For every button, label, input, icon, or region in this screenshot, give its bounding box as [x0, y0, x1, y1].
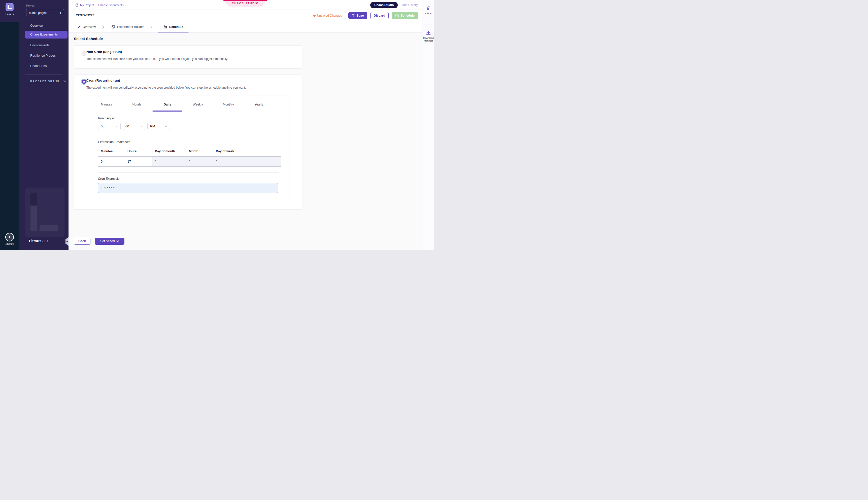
- chevron-down-icon: [115, 126, 118, 127]
- header-view-toggle: Chaos Studio Run History: [370, 0, 418, 10]
- col-day-of-month: Day of month: [153, 146, 187, 157]
- non-cron-description: The experiment will run once after you c…: [87, 57, 228, 61]
- freq-tab-daily[interactable]: Daily: [152, 98, 183, 112]
- table-value-row: 0 17 * * *: [98, 157, 281, 167]
- hour-value: 05: [101, 124, 104, 128]
- sidebar-item-chaoshubs[interactable]: ChaosHubs: [25, 62, 68, 70]
- sidebar-item-chaos-experiments[interactable]: Chaos Experiments: [25, 31, 68, 38]
- freq-tab-weekly[interactable]: Weekly: [183, 98, 213, 112]
- divider: [98, 172, 279, 173]
- calendar-icon: [164, 25, 167, 29]
- breadcrumb-separator: ›: [125, 3, 126, 7]
- ribbon-label: CHAOS STUDIO: [232, 2, 259, 5]
- litmus-watermark-illustration: [25, 188, 65, 237]
- watermark-dot: [30, 193, 37, 205]
- non-cron-option-card[interactable]: Non-Cron (Single run) The experiment wil…: [74, 45, 302, 68]
- breadcrumb-chaos-experiments[interactable]: Chaos Experiments: [98, 3, 123, 7]
- cron-description: The experiment will run periodically acc…: [87, 86, 246, 89]
- table-header-row: Minutes Hours Day of month Month Day of …: [98, 146, 281, 157]
- unsaved-label: Unsaved Changes: [317, 14, 342, 18]
- value-day-of-month: *: [153, 157, 187, 167]
- builder-icon: [111, 25, 115, 29]
- back-label: Back: [78, 239, 86, 243]
- freq-tab-minutes[interactable]: Minutes: [91, 98, 122, 112]
- chevron-down-icon: [165, 126, 167, 127]
- col-minutes: Minutes: [98, 146, 125, 157]
- cron-radio[interactable]: [82, 80, 86, 84]
- brand-name: Litmus: [0, 13, 19, 15]
- wizard-tabs: Overview Experiment Builder Schedule: [68, 21, 422, 33]
- freq-tab-yearly[interactable]: Yearly: [244, 98, 274, 112]
- divider: [98, 136, 279, 136]
- run-history-toggle[interactable]: Run History: [402, 3, 418, 7]
- non-cron-radio[interactable]: [82, 52, 86, 56]
- logo-foot: [9, 8, 12, 9]
- cron-option-card: Cron (Recurring run) The experiment will…: [74, 74, 302, 209]
- project-label: Project: [26, 4, 35, 7]
- freq-tab-monthly[interactable]: Monthly: [213, 98, 244, 112]
- save-label: Save: [357, 14, 364, 18]
- main-area: My Project › Chaos Experiments › CHAOS S…: [68, 0, 422, 250]
- tab-schedule[interactable]: Schedule: [158, 21, 189, 32]
- clone-label: Clone: [422, 12, 434, 15]
- breadcrumb-my-project[interactable]: My Project: [80, 3, 94, 7]
- page-title: cron-test: [76, 13, 94, 18]
- chaos-studio-toggle[interactable]: Chaos Studio: [370, 2, 398, 8]
- watermark-stem: [31, 206, 37, 231]
- top-header: My Project › Chaos Experiments › CHAOS S…: [68, 0, 422, 10]
- download-manifest-label: Download Manifest: [422, 37, 434, 42]
- project-selector[interactable]: admin-project ›: [26, 9, 64, 16]
- left-rail: Litmus A ADMIN: [0, 0, 19, 250]
- set-schedule-button[interactable]: Set Schedule: [95, 238, 124, 245]
- clone-button[interactable]: Clone: [422, 6, 434, 15]
- schedule-button[interactable]: Schedule: [392, 12, 418, 19]
- tab-experiment-builder[interactable]: Experiment Builder: [110, 21, 145, 32]
- freq-tab-hourly[interactable]: Hourly: [122, 98, 152, 112]
- run-daily-at-label: Run daily at: [98, 116, 115, 120]
- chevron-down-icon: [140, 126, 143, 127]
- hour-select[interactable]: 05: [98, 123, 121, 130]
- discard-button[interactable]: Discard: [370, 12, 389, 19]
- admin-avatar[interactable]: A: [5, 233, 14, 241]
- minute-select[interactable]: 00: [123, 123, 145, 130]
- tab-experiment-builder-label: Experiment Builder: [117, 25, 144, 29]
- chevron-right-icon: [97, 21, 110, 32]
- tab-overview[interactable]: Overview: [76, 21, 97, 32]
- save-button[interactable]: Save: [348, 12, 367, 19]
- cron-expression-input[interactable]: [98, 183, 278, 193]
- set-schedule-label: Set Schedule: [100, 239, 119, 243]
- sidebar-item-resilience-probes[interactable]: Resilience Probes: [25, 52, 68, 60]
- value-day-of-week: *: [213, 157, 281, 167]
- back-button[interactable]: Back: [74, 238, 90, 245]
- clone-icon: [426, 6, 431, 11]
- cron-expression-label: Cron Expression: [98, 177, 121, 181]
- project-setup-label: PROJECT SETUP: [30, 80, 60, 83]
- tab-schedule-label: Schedule: [169, 25, 183, 29]
- meridiem-select[interactable]: PM: [147, 123, 170, 130]
- project-setup-toggle[interactable]: PROJECT SETUP: [30, 80, 66, 83]
- chevron-right-icon: ›: [60, 11, 61, 15]
- litmus-app: Litmus A ADMIN Project admin-project › O…: [0, 0, 434, 250]
- sidebar-item-environments[interactable]: Environments: [25, 42, 68, 49]
- sidebar-collapse-handle[interactable]: ◀: [66, 237, 68, 246]
- admin-role-label: ADMIN: [0, 243, 19, 246]
- litmus-mini-logo-icon: [76, 3, 78, 7]
- litmus-logo-icon[interactable]: [5, 3, 14, 11]
- avatar-letter: A: [9, 236, 11, 239]
- value-month: *: [187, 157, 213, 167]
- schedule-button-label: Schedule: [401, 14, 415, 18]
- pencil-icon: [77, 25, 81, 29]
- sidebar-item-overview[interactable]: Overview: [25, 22, 68, 30]
- project-name: admin-project: [29, 11, 47, 15]
- download-manifest-button[interactable]: Download Manifest: [422, 31, 434, 42]
- discard-label: Discard: [374, 14, 385, 18]
- download-icon: [426, 31, 431, 36]
- frequency-tabs: Minutes Hourly Daily Weekly Monthly Year…: [91, 98, 274, 112]
- expression-breakdown-label: Expression Breakdown: [98, 140, 130, 144]
- time-selects: 05 00 PM: [98, 123, 170, 130]
- chaos-studio-ribbon: CHAOS STUDIO: [223, 0, 268, 7]
- sidebar-divider: [25, 75, 63, 75]
- chevron-down-icon: [63, 81, 66, 82]
- footer-buttons: Back Set Schedule: [74, 238, 124, 245]
- value-hours: 17: [125, 157, 153, 167]
